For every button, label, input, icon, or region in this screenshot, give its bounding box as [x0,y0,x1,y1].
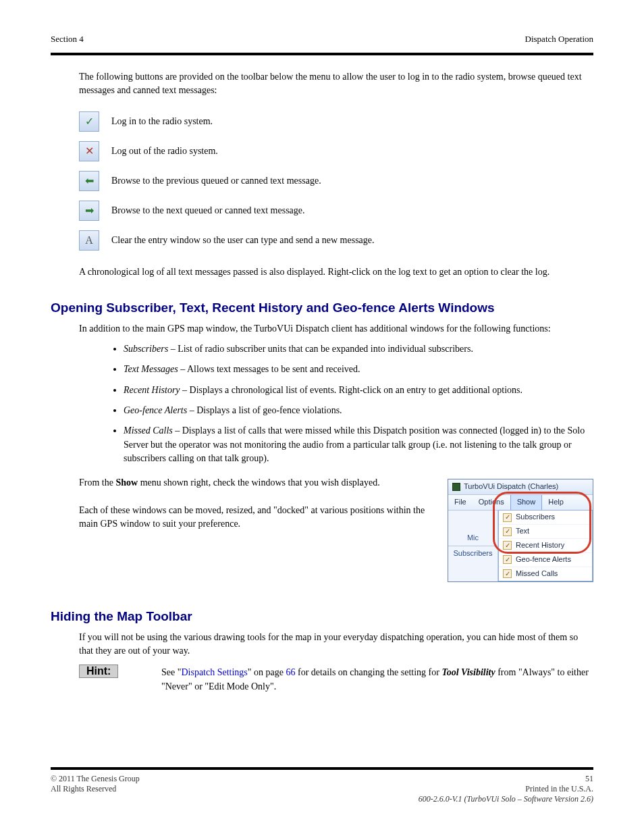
check-icon: ✓ [503,569,512,578]
text-run: for details on changing the setting for [295,667,441,677]
log-in-desc: Log in to the radio system. [111,116,213,127]
menu-show[interactable]: Show [510,495,543,510]
log-out-icon: ✕ [79,141,99,161]
show-item-subscribers[interactable]: ✓Subscribers [499,511,592,525]
item-desc: – List of radio subscriber units that ca… [168,344,473,354]
hiding-toolbar-heading: Hiding the Map Toolbar [51,609,593,624]
app-icon [452,483,460,491]
show-item-missed-calls[interactable]: ✓Missed Calls [499,567,592,581]
list-item: Text Messages – Allows text messages to … [124,363,593,376]
hint-body: See "Dispatch Settings" on page 66 for d… [161,666,593,694]
header-section: Section 4 [51,34,84,45]
footer-doc: 600-2.6.0-V.1 (TurboVUi Solo – Software … [419,794,593,804]
window-title: TurboVUi Dispatch (Charles) [464,481,558,492]
show-item-geofence[interactable]: ✓Geo-fence Alerts [499,553,592,567]
log-note: A chronological log of all text messages… [79,265,593,279]
item-label: Geo-fence Alerts [124,405,187,415]
header-rule [51,53,593,55]
show-item-text[interactable]: ✓Text [499,525,592,539]
footer-printed: Printed in the U.S.A. [525,784,593,794]
show-dropdown: ✓Subscribers ✓Text ✓Recent History ✓Geo-… [498,510,593,581]
dispatch-settings-link[interactable]: Dispatch Settings [181,667,247,677]
check-icon: ✓ [503,527,512,536]
check-icon: ✓ [503,555,512,564]
footer-rights: All Rights Reserved [51,784,116,794]
next-icon: ➡ [79,201,99,221]
menu-options[interactable]: Options [473,495,510,510]
extra-windows-heading: Opening Subscriber, Text, Recent History… [51,301,593,315]
item-label: Recent History [124,385,180,395]
check-icon: ✓ [503,541,512,550]
menu-file[interactable]: File [448,495,473,510]
hiding-toolbar-paragraph: If you will not be using the various dra… [79,631,593,658]
subscribers-tab[interactable]: Subscribers [448,546,498,561]
show-menu-screenshot: TurboVUi Dispatch (Charles) File Options… [448,479,593,582]
item-desc: – Displays a list of geo-fence violation… [187,405,342,415]
item-label: Missed Calls [124,425,173,436]
mic-panel: Mic [448,511,498,546]
item-desc: – Allows text messages to be sent and re… [178,364,360,374]
item-desc: – Displays a list of calls that were mis… [124,425,585,463]
check-icon: ✓ [503,513,512,522]
prev-desc: Browse to the previous queued or canned … [111,176,321,186]
log-out-desc: Log out of the radio system. [111,146,218,157]
intro-paragraph: The following buttons are provided on th… [79,70,593,98]
text-run: " on page [248,667,286,677]
item-label: Subscribers [124,344,168,354]
prev-icon: ⬅ [79,171,99,191]
extra-windows-intro: In addition to the main GPS map window, … [79,322,593,336]
menu-help[interactable]: Help [542,495,570,510]
show-item-recent-history[interactable]: ✓Recent History [499,539,592,553]
list-item: Subscribers – List of radio subscriber u… [124,342,593,356]
tool-visibility-name: Tool Visibility [441,667,495,677]
menu-name-bold: Show [115,477,138,488]
header-title: Dispatch Operation [525,34,593,45]
list-item: Missed Calls – Displays a list of calls … [124,424,593,465]
clear-desc: Clear the entry window so the user can t… [111,235,375,246]
next-desc: Browse to the next queued or canned text… [111,205,305,216]
list-item: Recent History – Displays a chronologica… [124,384,593,397]
text-run: See " [161,667,181,677]
hint-label: Hint: [79,664,118,678]
footer-rule [51,767,593,770]
show-item-label: Geo-fence Alerts [516,554,571,565]
show-item-label: Text [516,526,529,537]
item-label: Text Messages [124,364,178,374]
footer-copyright: © 2011 The Genesis Group [51,774,140,784]
item-desc: – Displays a chronological list of event… [180,385,522,395]
list-item: Geo-fence Alerts – Displays a list of ge… [124,404,593,417]
show-item-label: Subscribers [516,512,555,523]
text-run: menu shown right, check the windows that… [138,477,380,488]
clear-icon: A [79,230,99,251]
show-item-label: Recent History [516,540,564,551]
log-in-icon: ✓ [79,111,99,132]
page-link[interactable]: 66 [286,667,295,677]
footer-page: 51 [585,774,593,784]
text-run: From the [79,477,115,488]
show-item-label: Missed Calls [516,569,558,579]
